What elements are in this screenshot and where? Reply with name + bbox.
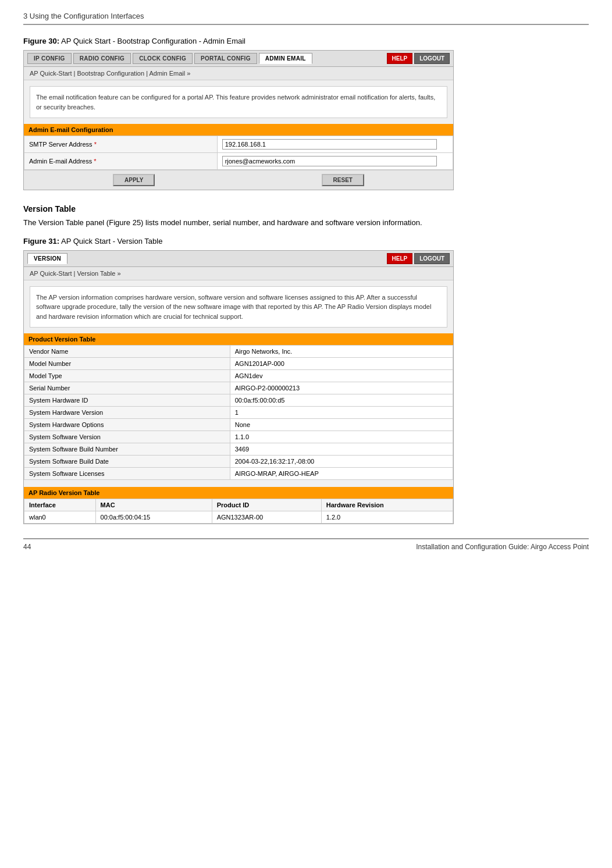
smtp-input[interactable] (222, 139, 437, 150)
figure30-panel: IP CONFIG RADIO CONFIG CLOCK CONFIG PORT… (23, 50, 454, 190)
tab-ip-config[interactable]: IP CONFIG (27, 53, 72, 64)
version-table-title: Version Table (23, 204, 589, 214)
table-row: Vendor Name Airgo Networks, Inc. (24, 346, 453, 358)
product-version-section-header: Product Version Table (24, 333, 453, 345)
apply-button[interactable]: APPLY (113, 174, 155, 186)
figure31-caption: Figure 31: AP Quick Start - Version Tabl… (23, 237, 589, 246)
radio-version-table: Interface MAC Product ID Hardware Revisi… (24, 499, 453, 524)
footer-guide-title: Installation and Configuration Guide: Ai… (416, 543, 589, 551)
radio-section-wrapper: AP Radio Version Table Interface MAC Pro… (24, 487, 453, 524)
smtp-label: SMTP Server Address * (24, 136, 218, 153)
email-label: Admin E-mail Address * (24, 153, 218, 170)
page-footer: 44 Installation and Configuration Guide:… (23, 538, 589, 551)
version-nav-tabs-bar: VERSION HELP LOGOUT (24, 251, 453, 267)
table-row: System Hardware ID 00:0a:f5:00:00:d5 (24, 394, 453, 407)
smtp-required: * (94, 141, 97, 148)
table-row: System Software Version 1.1.0 (24, 431, 453, 443)
smtp-value-cell (217, 136, 453, 153)
info-box: The email notification feature can be co… (30, 86, 447, 118)
table-row: Model Number AGN1201AP-000 (24, 358, 453, 370)
radio-version-section-header: AP Radio Version Table (24, 487, 453, 499)
table-row: System Hardware Version 1 (24, 407, 453, 419)
email-input[interactable] (222, 156, 437, 166)
form-buttons: APPLY RESET (24, 170, 453, 190)
table-row: Model Type AGN1dev (24, 370, 453, 382)
email-value-cell (217, 153, 453, 170)
table-row: System Software Build Date 2004-03-22,16… (24, 456, 453, 468)
logout-button[interactable]: LOGOUT (414, 53, 450, 64)
product-version-table: Vendor Name Airgo Networks, Inc. Model N… (24, 345, 453, 480)
tab-version[interactable]: VERSION (27, 253, 67, 264)
reset-button[interactable]: RESET (322, 174, 364, 186)
figure30-caption: Figure 30: AP Quick Start - Bootstrap Co… (23, 37, 589, 45)
radio-table-header-row: Interface MAC Product ID Hardware Revisi… (24, 499, 453, 511)
footer-page-number: 44 (23, 543, 31, 551)
table-row: System Software Build Number 3469 (24, 443, 453, 456)
tab-clock-config[interactable]: CLOCK CONFIG (133, 53, 193, 64)
version-info-box: The AP version information comprises har… (30, 286, 447, 328)
table-row: Serial Number AIRGO-P2-000000213 (24, 382, 453, 394)
chapter-header: 3 Using the Configuration Interfaces (23, 12, 589, 25)
help-button[interactable]: HELP (387, 53, 413, 64)
table-row: System Hardware Options None (24, 419, 453, 431)
breadcrumb: AP Quick-Start | Bootstrap Configuration… (24, 67, 453, 80)
version-logout-button[interactable]: LOGOUT (414, 253, 450, 264)
email-row: Admin E-mail Address * (24, 153, 453, 170)
version-table-body: The Version Table panel (Figure 25) list… (23, 217, 589, 229)
nav-tabs-bar: IP CONFIG RADIO CONFIG CLOCK CONFIG PORT… (24, 51, 453, 67)
admin-email-section-header: Admin E-mail Configuration (24, 124, 453, 136)
smtp-row: SMTP Server Address * (24, 136, 453, 153)
tab-radio-config[interactable]: RADIO CONFIG (73, 53, 131, 64)
tab-admin-email[interactable]: ADMIN EMAIL (259, 53, 312, 64)
figure31-panel: VERSION HELP LOGOUT AP Quick-Start | Ver… (23, 250, 454, 525)
table-row: System Software Licenses AIRGO-MRAP, AIR… (24, 468, 453, 480)
radio-table-row: wlan0 00:0a:f5:00:04:15 AGN1323AR-00 1.2… (24, 511, 453, 524)
version-breadcrumb: AP Quick-Start | Version Table » (24, 267, 453, 280)
email-required: * (94, 158, 96, 165)
tab-portal-config[interactable]: PORTAL CONFIG (194, 53, 257, 64)
version-help-button[interactable]: HELP (387, 253, 413, 264)
admin-email-form: SMTP Server Address * Admin E-mail Addre… (24, 136, 453, 170)
